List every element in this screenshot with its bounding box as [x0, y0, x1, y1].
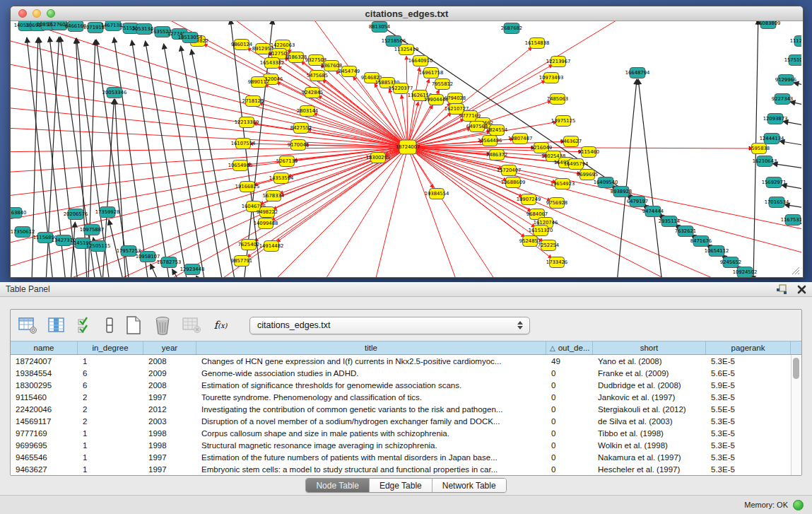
column-header-short[interactable]: short	[593, 341, 706, 354]
citation-edge-black[interactable]	[181, 46, 223, 277]
column-header-pagerank[interactable]: pagerank	[706, 341, 791, 354]
table-cell[interactable]: 2003	[143, 415, 196, 427]
show-columns-icon[interactable]	[47, 315, 66, 335]
table-cell[interactable]: 2	[78, 391, 143, 403]
citation-edge-black[interactable]	[790, 102, 801, 109]
table-cell[interactable]: 0	[546, 439, 593, 451]
network-view-window[interactable]: citations_edges.txt 76638229860124891295…	[10, 6, 804, 278]
column-header-name[interactable]: name	[11, 341, 78, 354]
citation-edge-red[interactable]	[408, 67, 420, 147]
table-cell[interactable]: 1997	[143, 451, 196, 463]
table-cell[interactable]: 0	[546, 367, 593, 379]
row-height-icon[interactable]	[105, 315, 114, 335]
table-cell[interactable]: 14569117	[11, 415, 78, 427]
citation-edge-black[interactable]	[783, 122, 801, 129]
close-panel-icon[interactable]	[797, 285, 806, 294]
citation-edge-red[interactable]	[408, 147, 801, 233]
window-titlebar[interactable]: citations_edges.txt	[11, 6, 803, 21]
table-cell[interactable]: Estimation of significance thresholds fo…	[196, 379, 546, 391]
table-cell[interactable]: 0	[546, 403, 593, 415]
citation-edge-red[interactable]	[11, 35, 408, 147]
citation-edge-black[interactable]	[146, 41, 187, 277]
table-cell[interactable]: 18724007	[11, 355, 78, 367]
citation-edge-red[interactable]	[11, 106, 408, 147]
table-cell[interactable]: Franke et al. (2009)	[593, 367, 706, 379]
table-cell[interactable]: 1998	[143, 427, 196, 439]
table-cell[interactable]: 19384554	[11, 367, 78, 379]
table-cell[interactable]: 1997	[143, 391, 196, 403]
table-cell[interactable]: Stergiakouli et al. (2012)	[593, 403, 706, 415]
table-cell[interactable]: 0	[546, 415, 593, 427]
table-cell[interactable]: Structural magnetic resonance image aver…	[196, 439, 546, 451]
table-cell[interactable]: 2009	[143, 367, 196, 379]
table-cell[interactable]: 22420046	[11, 403, 78, 415]
citation-edge-red[interactable]	[249, 144, 408, 147]
window-resize-grip[interactable]	[792, 267, 799, 274]
table-cell[interactable]: 1	[78, 451, 143, 463]
table-cell[interactable]: 5.3E-5	[706, 439, 791, 451]
table-cell[interactable]: Hescheler et al. (1997)	[593, 463, 706, 475]
citation-edge-black[interactable]	[782, 185, 801, 192]
table-cell[interactable]: 9465546	[11, 451, 78, 463]
citation-edge-black[interactable]	[801, 223, 801, 230]
citation-edge-red[interactable]	[406, 56, 408, 147]
table-cell[interactable]: 0	[546, 391, 593, 403]
table-cell[interactable]: 2012	[143, 403, 196, 415]
table-cell[interactable]: 0	[546, 427, 593, 439]
column-header-out_de[interactable]: △out_de...	[546, 341, 593, 354]
table-cell[interactable]: Jankovic et al. (1997)	[593, 391, 706, 403]
table-cell[interactable]: 0	[546, 451, 593, 463]
citation-edge-red[interactable]	[408, 147, 801, 258]
table-cell[interactable]: 6	[78, 367, 143, 379]
table-row[interactable]: 977716911998Corpus callosum shape and si…	[11, 427, 791, 439]
table-cell[interactable]: Estimation of the future numbers of pati…	[196, 451, 546, 463]
tab-network-table[interactable]: Network Table	[433, 479, 506, 492]
table-cell[interactable]: de Silva et al. (2003)	[593, 415, 706, 427]
table-row[interactable]: 1830029562008Estimation of significance …	[11, 379, 791, 391]
table-cell[interactable]: 1998	[143, 439, 196, 451]
table-cell[interactable]: 18300295	[11, 379, 78, 391]
table-row[interactable]: 946554611997Estimation of the future num…	[11, 451, 791, 463]
delete-table-icon[interactable]	[153, 315, 172, 335]
table-cell[interactable]: Investigating the contribution of common…	[196, 403, 546, 415]
citation-edge-red[interactable]	[11, 21, 408, 147]
table-cell[interactable]: Tourette syndrome. Phenomenology and cla…	[196, 391, 546, 403]
table-cell[interactable]: 2008	[143, 355, 196, 367]
table-row[interactable]: 946362711997Embryonic stem cells: a mode…	[11, 463, 791, 475]
table-cell[interactable]: 2	[78, 403, 143, 415]
table-cell[interactable]: 5.3E-5	[706, 415, 791, 427]
citation-edge-black[interactable]	[794, 83, 801, 89]
table-row[interactable]: 1938455462009Genome-wide association stu…	[11, 367, 791, 379]
table-cell[interactable]: 1	[78, 439, 143, 451]
table-cell[interactable]: 1	[78, 463, 143, 475]
citation-edge-red[interactable]	[11, 147, 408, 152]
column-header-in_degree[interactable]: in_degree	[78, 341, 143, 354]
table-cell[interactable]: 9699695	[11, 439, 78, 451]
table-cell[interactable]: 5.3E-5	[706, 451, 791, 463]
table-cell[interactable]: 2	[78, 415, 143, 427]
table-cell[interactable]: 1	[78, 355, 143, 367]
memory-status-led[interactable]	[793, 500, 804, 510]
zoom-window-button[interactable]	[47, 9, 55, 18]
table-cell[interactable]: Genome-wide association studies in ADHD.	[196, 367, 546, 379]
table-cell[interactable]: Corpus callosum shape and size in male p…	[196, 427, 546, 439]
tab-node-table[interactable]: Node Table	[306, 479, 370, 492]
table-row[interactable]: 1872400712008Changes of HCN gene express…	[11, 355, 791, 367]
scrollbar-thumb[interactable]	[793, 358, 799, 379]
table-cell[interactable]: 9115460	[11, 391, 78, 403]
table-cell[interactable]: 5.3E-5	[706, 355, 791, 367]
table-cell[interactable]: 49	[546, 355, 593, 367]
citation-edge-black[interactable]	[779, 141, 801, 148]
table-cell[interactable]: 5.3E-5	[706, 427, 791, 439]
table-cell[interactable]: 0	[546, 379, 593, 391]
table-row[interactable]: 969969511998Structural magnetic resonanc…	[11, 439, 791, 451]
table-cell[interactable]: 0	[546, 463, 593, 475]
table-cell[interactable]: Embryonic stem cells: a model to study s…	[196, 463, 546, 475]
citation-edge-black[interactable]	[172, 269, 180, 277]
minimize-window-button[interactable]	[33, 9, 41, 18]
table-cell[interactable]: Wolkin et al. (1998)	[593, 439, 706, 451]
float-window-icon[interactable]	[776, 284, 787, 294]
table-cell[interactable]: Tibbo et al. (1998)	[593, 427, 706, 439]
table-cell[interactable]: 2008	[143, 379, 196, 391]
tab-edge-table[interactable]: Edge Table	[370, 479, 433, 492]
